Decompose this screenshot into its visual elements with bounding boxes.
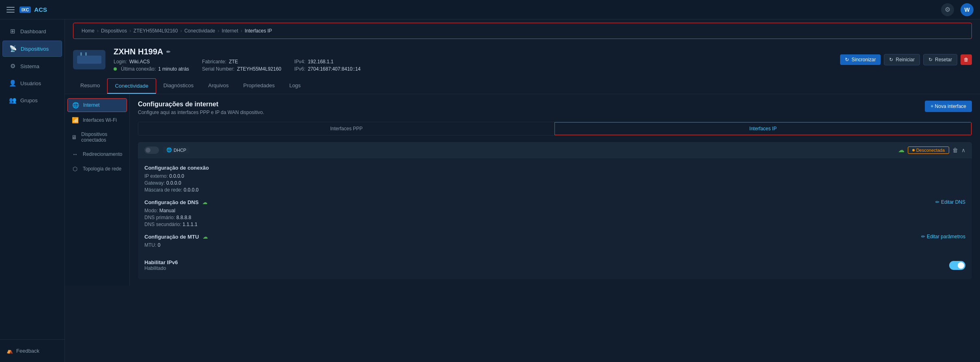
meta-row-lastconn: Última conexão: 1 minuto atrás — [114, 66, 189, 72]
delete-interface-icon[interactable]: 🗑 — [952, 147, 958, 153]
sub-nav-wifi[interactable]: 📶 Interfaces Wi-Fi — [65, 113, 129, 127]
tab-diagnosticos[interactable]: Diagnósticos — [156, 78, 201, 94]
ipv6-toggle[interactable] — [949, 261, 965, 270]
new-interface-button[interactable]: + Nova interface — [925, 101, 972, 112]
sync-button[interactable]: ↻ Sincronizar — [840, 54, 881, 65]
device-name-section: ZXHN H199A ✏ Login: Wiki.ACS Última cone… — [114, 47, 361, 72]
connection-config-title: Configuração de conexão — [144, 165, 965, 171]
sub-nav-wifi-label: Interfaces Wi-Fi — [83, 117, 117, 123]
avatar[interactable]: W — [961, 3, 974, 16]
device-title: ZXHN H199A ✏ — [114, 47, 361, 56]
breadcrumb-conectividade[interactable]: Conectividade — [184, 28, 215, 34]
breadcrumb-sep-5: › — [241, 28, 242, 34]
ip-label: IP externo: — [144, 173, 168, 179]
breadcrumb: Home › Dispositivos › ZTEYH55M4L92160 › … — [73, 23, 972, 39]
topbar-left: IXC ACS — [6, 6, 47, 13]
edit-dns-icon: ✏ — [935, 199, 939, 205]
sub-nav-internet[interactable]: 🌐 Internet — [67, 98, 127, 112]
ipv6-section: Habilitar IPv6 Habilitado — [144, 254, 965, 273]
reset-label: Resetar — [935, 57, 952, 62]
meta-row-login: Login: Wiki.ACS — [114, 59, 189, 65]
feedback-button[interactable]: ⛺ Feedback — [6, 345, 58, 357]
iface-tab-ip[interactable]: Interfaces IP — [554, 122, 971, 135]
sidebar-item-label: Sistema — [20, 63, 39, 69]
dispositivos-icon: 📡 — [9, 45, 17, 52]
edit-params-button[interactable]: ✏ Editar parâmetros — [921, 234, 965, 239]
iface-card-header: 🌐 DHCP ☁ Desconectada 🗑 ∧ — [138, 142, 972, 158]
sidebar-item-grupos[interactable]: 👥 Grupos — [2, 93, 62, 108]
sidebar-item-sistema[interactable]: ⚙ Sistema — [2, 58, 62, 74]
sub-nav-topology[interactable]: ⬡ Topologia de rede — [65, 162, 129, 176]
panel-subtitle: Configure aqui as interfaces PPP e IP da… — [138, 110, 264, 115]
gateway-value: 0.0.0.0 — [166, 180, 181, 186]
topbar-right: ⚙ W — [941, 3, 974, 16]
ipv6-subtitle: Habilitado — [144, 265, 178, 271]
interface-tabs: Interfaces PPP Interfaces IP — [138, 122, 972, 136]
collapse-icon[interactable]: ∧ — [961, 147, 965, 153]
sidebar-item-label: Dashboard — [20, 28, 46, 34]
sidebar-item-dashboard[interactable]: ⊞ Dashboard — [2, 24, 62, 39]
breadcrumb-sep-1: › — [97, 28, 99, 34]
device-edit-icon[interactable]: ✏ — [166, 49, 170, 55]
status-badge-dot — [912, 149, 915, 151]
tab-arquivos[interactable]: Arquivos — [201, 78, 236, 94]
restart-button[interactable]: ↻ Reiniciar — [884, 54, 920, 65]
sub-nav-internet-label: Internet — [83, 102, 100, 108]
tab-propriedades[interactable]: Propriedades — [236, 78, 282, 94]
device-info: ZXHN H199A ✏ Login: Wiki.ACS Última cone… — [73, 47, 361, 72]
breadcrumb-sep-3: › — [180, 28, 182, 34]
ipv6-info: Habilitar IPv6 Habilitado — [144, 259, 178, 271]
interface-card: 🌐 DHCP ☁ Desconectada 🗑 ∧ — [138, 142, 972, 279]
mask-value: 0.0.0.0 — [184, 187, 199, 193]
tabs: Resumo Conectividade Diagnósticos Arquiv… — [65, 78, 980, 94]
mtu-config-section: Configuração de MTU ☁ MTU: 0 ✏ Editar pa… — [144, 234, 965, 248]
iface-tab-ppp[interactable]: Interfaces PPP — [138, 122, 554, 135]
breadcrumb-sep-4: › — [218, 28, 219, 34]
sistema-icon: ⚙ — [9, 62, 16, 70]
internet-icon: 🌐 — [72, 102, 79, 108]
breadcrumb-device-id[interactable]: ZTEYH55M4L92160 — [133, 28, 178, 34]
breadcrumb-home[interactable]: Home — [82, 28, 95, 34]
edit-dns-label: Editar DNS — [941, 199, 965, 205]
meta-row-serial: Serial Number: ZTEYH55M4L92160 — [202, 66, 281, 72]
breadcrumb-internet[interactable]: Internet — [222, 28, 239, 34]
panel-header: Configurações de internet Configure aqui… — [138, 101, 972, 115]
restart-label: Reiniciar — [896, 57, 915, 62]
dns-mode-label: Modo: — [144, 208, 158, 213]
delete-button[interactable]: 🗑 — [961, 54, 972, 65]
sidebar-item-usuarios[interactable]: 👤 Usuários — [2, 75, 62, 91]
redirect-icon: ↔ — [71, 151, 79, 157]
status-dot — [114, 67, 117, 71]
delete-icon: 🗑 — [964, 57, 969, 62]
settings-button[interactable]: ⚙ — [941, 3, 954, 16]
connection-gateway-row: Gateway: 0.0.0.0 — [144, 180, 965, 186]
tab-logs[interactable]: Logs — [282, 78, 308, 94]
edit-dns-button[interactable]: ✏ Editar DNS — [935, 199, 965, 205]
ipv4-label: IPv4: — [294, 59, 305, 65]
sidebar-item-dispositivos[interactable]: 📡 Dispositivos — [2, 41, 62, 57]
sidebar: ⊞ Dashboard 📡 Dispositivos ⚙ Sistema 👤 U… — [0, 19, 65, 362]
iface-body-content: Configuração de conexão IP externo: 0.0.… — [144, 165, 965, 273]
breadcrumb-dispositivos[interactable]: Dispositivos — [101, 28, 127, 34]
sidebar-bottom: ⛺ Feedback — [0, 339, 64, 362]
sub-nav-connected[interactable]: 🖥 Dispositivos conectados — [65, 127, 129, 147]
serial-value: ZTEYH55M4L92160 — [237, 66, 281, 72]
wifi-icon: 📶 — [71, 117, 79, 123]
tab-resumo[interactable]: Resumo — [73, 78, 107, 94]
sub-nav-redirect[interactable]: ↔ Redirecionamento — [65, 147, 129, 162]
content-area: Home › Dispositivos › ZTEYH55M4L92160 › … — [65, 19, 980, 362]
hamburger-button[interactable] — [6, 7, 15, 13]
device-image — [73, 50, 105, 69]
sub-nav-connected-label: Dispositivos conectados — [81, 131, 123, 143]
sub-nav-topology-label: Topologia de rede — [83, 166, 121, 172]
sub-nav-redirect-label: Redirecionamento — [83, 151, 122, 157]
reset-button[interactable]: ↻ Resetar — [923, 54, 957, 65]
interface-toggle[interactable] — [144, 147, 159, 154]
manufacturer-label: Fabricante: — [202, 59, 226, 65]
tab-conectividade[interactable]: Conectividade — [107, 78, 156, 94]
dns-config-title: Configuração de DNS ☁ — [144, 199, 965, 205]
manufacturer-value: ZTE — [229, 59, 238, 65]
dns-config-section: Configuração de DNS ☁ Modo: Manual DNS p… — [144, 199, 965, 227]
feedback-label: Feedback — [16, 348, 39, 354]
dns-secondary-row: DNS secundário: 1.1.1.1 — [144, 222, 965, 227]
